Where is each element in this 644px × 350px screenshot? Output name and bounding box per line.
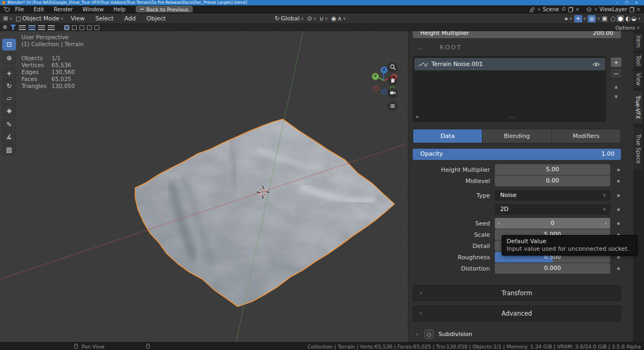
add-layer-button[interactable]: + bbox=[610, 57, 622, 68]
new-scene-icon[interactable] bbox=[568, 7, 573, 12]
decorator-dot[interactable] bbox=[617, 194, 620, 197]
selectability-icon[interactable] bbox=[94, 25, 99, 30]
object-visibility-selector[interactable]: ▸ ∨ bbox=[565, 16, 572, 21]
decorator-dot[interactable] bbox=[617, 222, 620, 225]
filter-icon[interactable] bbox=[10, 25, 16, 30]
list-view-icon[interactable] bbox=[48, 25, 55, 30]
menu-file[interactable]: File bbox=[15, 6, 24, 12]
stepper-left-icon[interactable]: ‹ bbox=[498, 218, 500, 229]
tool-transform[interactable]: ◈ bbox=[2, 105, 16, 116]
options-dropdown[interactable]: Options ∨ bbox=[615, 24, 640, 31]
new-viewlayer-icon[interactable] bbox=[630, 7, 634, 12]
selectability-icon[interactable] bbox=[79, 25, 84, 30]
axis-z-ball[interactable]: Z bbox=[380, 67, 387, 74]
list-item-terrain-noise[interactable]: Terrain Noise.001 bbox=[414, 58, 605, 70]
ortho-toggle-button[interactable]: ⊞ bbox=[387, 101, 398, 111]
list-view-icon[interactable] bbox=[19, 25, 26, 30]
close-button[interactable]: × bbox=[632, 0, 641, 5]
tool-move[interactable]: + bbox=[2, 68, 16, 79]
zoom-button[interactable] bbox=[387, 62, 398, 72]
xray-toggle[interactable]: ▣ bbox=[602, 16, 607, 21]
list-view-icon[interactable] bbox=[38, 25, 45, 30]
opacity-slider[interactable]: Opacity 1.00 bbox=[413, 149, 621, 160]
tool-annotate[interactable]: ✎ bbox=[2, 119, 16, 130]
distortion-field[interactable]: 0.000 bbox=[495, 263, 610, 274]
tab-data[interactable]: Data bbox=[413, 129, 482, 143]
camera-view-button[interactable] bbox=[387, 88, 398, 98]
height-multiplier-field[interactable]: 5.00 bbox=[495, 164, 610, 175]
shading-wireframe-button[interactable]: ○ bbox=[611, 16, 616, 21]
decorator-dot[interactable] bbox=[617, 267, 620, 270]
tool-select-box[interactable]: ⊡ bbox=[2, 39, 16, 50]
unlink-scene-icon[interactable]: × bbox=[575, 6, 580, 12]
gizmos-toggle[interactable]: + ∨ bbox=[574, 15, 587, 23]
menu-window[interactable]: Window bbox=[83, 6, 104, 12]
panel-transform[interactable]: › Transform bbox=[413, 285, 621, 301]
tool-scale[interactable]: ▱ bbox=[2, 92, 16, 104]
pan-button[interactable] bbox=[387, 75, 398, 85]
transform-orientation-selector[interactable]: ↻ Global ∨ bbox=[275, 15, 304, 22]
resize-grip-icon[interactable]: ∷∷ bbox=[509, 115, 516, 120]
axis-neg-x-ball[interactable] bbox=[374, 86, 379, 91]
midlevel-field[interactable]: 0.00 bbox=[495, 176, 610, 186]
menu-view[interactable]: View bbox=[71, 15, 85, 22]
remove-layer-button[interactable]: − bbox=[610, 68, 622, 78]
scene-selector[interactable]: ∨ Scene × bbox=[527, 6, 582, 13]
expand-triangle-icon[interactable]: ▸ bbox=[416, 114, 419, 119]
maximize-button[interactable]: □ bbox=[623, 0, 631, 5]
terrain-layer-list[interactable]: Terrain Noise.001 ▸ ∷∷ bbox=[413, 56, 606, 122]
pivot-point-selector[interactable]: ⊙ ∨ bbox=[307, 16, 316, 21]
menu-edit[interactable]: Edit bbox=[34, 6, 44, 12]
tool-cursor[interactable]: ⊕ bbox=[2, 52, 16, 64]
viewlayer-selector[interactable]: ∨ ViewLayer × bbox=[584, 6, 643, 13]
pin-icon[interactable] bbox=[561, 7, 566, 12]
tool-rotate[interactable]: ↻ bbox=[2, 80, 16, 92]
menu-select[interactable]: Select bbox=[96, 15, 114, 22]
menu-help[interactable]: Help bbox=[113, 6, 126, 12]
gear-icon[interactable]: ⚙ bbox=[3, 25, 8, 30]
tab-view[interactable]: View bbox=[633, 70, 643, 89]
tab-true-vfx[interactable]: True-VFX bbox=[633, 90, 643, 125]
viewport-3d[interactable]: User Perspective (1) Collection | Terrai… bbox=[0, 31, 408, 342]
tab-blending[interactable]: Blending bbox=[482, 129, 552, 143]
remove-viewlayer-icon[interactable]: × bbox=[636, 6, 641, 12]
editor-type-button[interactable]: ⊞ ∨ bbox=[3, 16, 12, 21]
shading-rendered-button[interactable]: ◒ bbox=[632, 16, 637, 21]
panel-subdivision[interactable]: › ○ Subdivision bbox=[408, 329, 634, 342]
menu-add[interactable]: Add bbox=[125, 15, 136, 22]
tool-add-cube[interactable]: ▧ bbox=[2, 144, 16, 156]
back-to-previous-button[interactable]: ↩ Back to Previous bbox=[136, 6, 193, 12]
tool-measure[interactable]: ∡ bbox=[2, 131, 16, 143]
selectability-icon[interactable] bbox=[72, 25, 77, 30]
decorator-dot[interactable] bbox=[617, 180, 620, 183]
seed-stepper[interactable]: ‹ 0 › bbox=[495, 218, 610, 229]
move-layer-down-button[interactable]: ▼ bbox=[610, 92, 622, 102]
move-layer-up-button[interactable]: ▲ bbox=[610, 82, 622, 92]
tab-item[interactable]: Item bbox=[633, 32, 643, 51]
axis-y-ball[interactable]: Y bbox=[372, 73, 379, 80]
axis-neg-z-ball[interactable] bbox=[382, 89, 387, 94]
proportional-editing-toggle[interactable]: ◉ ∧ ∨ bbox=[331, 16, 346, 21]
breadcrumb-root[interactable]: ROOT bbox=[440, 44, 462, 51]
type-dropdown[interactable]: Noise ∨ bbox=[495, 190, 610, 201]
dimension-dropdown[interactable]: 2D ∨ bbox=[495, 204, 610, 215]
minimize-button[interactable]: – bbox=[613, 0, 621, 5]
decorator-dot[interactable] bbox=[617, 208, 620, 211]
app-menu-icon[interactable] bbox=[4, 7, 9, 11]
overlays-toggle[interactable]: ◎ ∨ bbox=[588, 15, 600, 23]
stepper-right-icon[interactable]: › bbox=[605, 218, 607, 229]
height-multiplier-top-slider[interactable]: Height Multiplier 200.00 bbox=[413, 31, 621, 38]
list-view-active-icon[interactable] bbox=[28, 25, 35, 30]
snap-toggle[interactable]: ∪ ∨ bbox=[319, 16, 328, 21]
mode-selector[interactable]: ▢ Object Mode ∨ bbox=[16, 15, 64, 22]
tab-modifiers[interactable]: Modifiers bbox=[552, 129, 620, 143]
decorator-dot[interactable] bbox=[617, 169, 620, 171]
selectability-icon[interactable] bbox=[64, 25, 69, 30]
tab-true-space[interactable]: True Space bbox=[633, 127, 643, 171]
tab-tool[interactable]: Tool bbox=[633, 53, 643, 68]
shading-solid-button[interactable]: ● bbox=[617, 15, 624, 22]
panel-advanced[interactable]: › Advanced bbox=[413, 305, 621, 322]
shading-material-button[interactable]: ◐ bbox=[625, 16, 631, 21]
eye-icon[interactable] bbox=[592, 62, 600, 67]
selectability-icon[interactable] bbox=[87, 25, 92, 30]
